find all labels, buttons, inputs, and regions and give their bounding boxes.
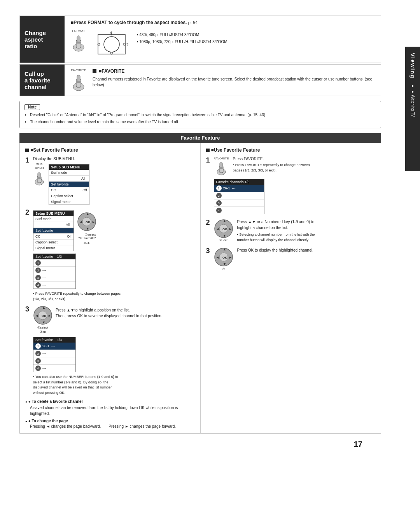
favorite-feature-header: Favorite Feature	[19, 133, 381, 143]
use-step-3: 3 OK ▲ ▼ ◄ ►	[206, 247, 376, 270]
step-1-num: 1	[25, 157, 31, 164]
svg-text:►: ►	[229, 255, 232, 259]
svg-rect-36	[220, 163, 222, 167]
step-3-num: 3	[25, 306, 31, 313]
press-format-title: ■Press FORMAT to cycle through the aspec…	[71, 20, 374, 25]
step-3-extra-bullet: • You can also use the NUMBER buttons (1…	[33, 374, 119, 395]
svg-text:▼: ▼	[223, 234, 226, 238]
tv-diagram: 4 3	[94, 31, 129, 59]
use-favorite-title: ■Use Favorite Feature	[206, 147, 376, 153]
call-up-content: FAVORITE ■FAVORITE Channe	[65, 65, 381, 96]
format-button-area: FORMAT	[71, 29, 86, 52]
svg-text:▲: ▲	[86, 212, 89, 216]
nav-cluster-icon-use-3: OK ▲ ▼ ◄ ►	[214, 247, 233, 267]
use-step-1-desc: Press FAVORITE.	[233, 157, 310, 161]
call-up-section: Call up a favorite channel FAVORITE	[19, 64, 381, 96]
step-2-set: 2 Setup SUB MENU Surf mode All Set favor…	[25, 209, 195, 302]
use-step-1: 1 FAVORITE	[206, 157, 376, 214]
svg-rect-15	[77, 81, 80, 83]
svg-text:◄: ◄	[35, 314, 38, 318]
use-step-2-desc: Press ▲▼ or a Numbered key (1-9 and 0) t…	[237, 219, 315, 231]
svg-text:◄: ◄	[79, 220, 82, 224]
change-page-title: ● ● To change the page	[25, 419, 195, 423]
setup-sub-menu-box-1: Setup SUB MENU Surf mode All Set favorit…	[49, 164, 89, 205]
svg-rect-18	[38, 173, 40, 177]
svg-text:►: ►	[48, 314, 51, 318]
use-step-3-num: 3	[206, 247, 212, 254]
svg-rect-3	[77, 42, 80, 44]
note-box: Note ● Reselect "Cable" or "Antenna" in …	[19, 101, 381, 128]
favorite-desc: Channel numbers registered in Favorite a…	[93, 76, 374, 88]
setup-sub-menu-box-2: Setup SUB MENU Surf mode All Set favorit…	[33, 210, 74, 251]
fav-channels-box: Favorite channels 1/3 1 26-1 --- 2 3	[214, 179, 264, 214]
svg-text:OK: OK	[86, 220, 90, 224]
step-1-set: 1 Display the SUB MENU. SUBMENU	[25, 157, 195, 205]
change-aspect-content: ■Press FORMAT to cycle through the aspec…	[65, 16, 381, 63]
nav-cluster-icon-use-2: OK ▲ ▼ ◄ ►	[214, 219, 233, 238]
change-page-right: Pressing ► changes the page forward.	[108, 424, 176, 429]
use-favorite-col: ■Use Favorite Feature 1 FAVORITE	[201, 143, 381, 433]
note-title: Note	[24, 104, 40, 110]
change-page-left: Pressing ◄ changes the page backward.	[30, 424, 101, 429]
svg-rect-19	[38, 177, 41, 179]
svg-text:▲: ▲	[223, 247, 226, 251]
svg-text:▲: ▲	[223, 219, 226, 223]
svg-text:▲: ▲	[42, 306, 46, 310]
step-3-text: Press ▲▼to highlight a position on the l…	[56, 307, 163, 319]
step-1-desc: Display the SUB MENU.	[33, 157, 195, 161]
use-fav-label: FAVORITE	[214, 157, 229, 160]
delete-fav-title: ● ● To delete a favorite channel	[25, 399, 195, 404]
svg-point-5	[104, 37, 119, 52]
svg-text:▼: ▼	[42, 320, 46, 324]
format-hand-icon	[71, 34, 86, 52]
svg-text:◄: ◄	[216, 227, 219, 231]
fav-list-box-2: Set favorite 1/3 1 --- 2 ---	[33, 254, 76, 289]
nav-cluster-icon-2: OK ▲ ▼ ◄ ►	[77, 212, 96, 231]
watching-label: ● Watching TV	[411, 89, 415, 117]
svg-text:OK: OK	[42, 314, 46, 318]
fav-list-box-3: Set favorite 1/3 1 26-1 --- 2 ---	[33, 337, 76, 372]
favorite-hand-icon	[71, 73, 86, 92]
svg-text:▼: ▼	[223, 262, 226, 266]
step-2-bullet: • Press FAVORITE repeatedly to change be…	[33, 291, 122, 302]
sub-menu-hand-icon	[33, 171, 46, 186]
change-aspect-label: Change aspect ratio	[20, 16, 65, 63]
svg-text:►: ►	[92, 220, 95, 224]
two-col-section: ■Set Favorite Feature 1 Display the SUB …	[19, 143, 381, 434]
use-step-2-bullet: • Selecting a channel number from the li…	[237, 232, 315, 243]
viewing-label: Viewing	[410, 53, 416, 79]
svg-text:OK: OK	[222, 227, 227, 231]
svg-text:OK: OK	[222, 256, 227, 259]
use-step-2: 2 OK ▲ ▼ ◄ ►	[206, 219, 376, 243]
use-favorite-hand-icon	[215, 161, 228, 176]
svg-rect-14	[77, 75, 80, 81]
set-favorite-col: ■Set Favorite Feature 1 Display the SUB …	[20, 143, 201, 433]
note-item-1: ● Reselect "Cable" or "Antenna" in "ANT …	[24, 112, 376, 118]
svg-text:►: ►	[229, 227, 232, 231]
svg-text:4: 4	[110, 31, 112, 35]
use-step-2-num: 2	[206, 219, 212, 226]
svg-rect-2	[77, 36, 80, 42]
vertical-tab: Viewing ● ● Watching TV	[405, 47, 420, 171]
favorite-title: ■FAVORITE	[93, 68, 374, 74]
sub-menu-label-text: SUBMENU	[35, 163, 44, 170]
svg-rect-37	[220, 167, 223, 169]
step-2-num: 2	[25, 209, 31, 216]
change-aspect-section: Change aspect ratio ■Press FORMAT to cyc…	[19, 16, 381, 63]
nav-cluster-icon-3: OK ▲ ▼ ◄ ►	[33, 306, 52, 325]
set-favorite-title: ■Set Favorite Feature	[25, 147, 195, 153]
use-step-3-desc: Press OK to display the highlighted chan…	[237, 247, 313, 253]
dot-icon: ●	[411, 84, 414, 88]
use-step-1-bullet: • Press FAVORITE repeatedly to change be…	[233, 163, 310, 173]
bottom-notes: ● ● To delete a favorite channel A saved…	[25, 399, 195, 429]
aspect-text: • 480i, 480p: FULL/JUST/4:3/ZOOM • 1080p…	[137, 31, 228, 45]
step-3-set: 3 OK ▲ ▼ ◄ ►	[25, 306, 195, 395]
svg-rect-4	[98, 35, 125, 54]
svg-text:◄: ◄	[216, 255, 219, 259]
use-step-1-num: 1	[206, 157, 212, 164]
svg-text:3: 3	[126, 42, 128, 46]
note-item-2: ● The channel number and volume level re…	[24, 119, 376, 125]
favorite-label-small: FAVORITE	[71, 68, 86, 72]
call-up-label: Call up a favorite channel	[20, 65, 65, 96]
page-number: 17	[19, 440, 381, 449]
